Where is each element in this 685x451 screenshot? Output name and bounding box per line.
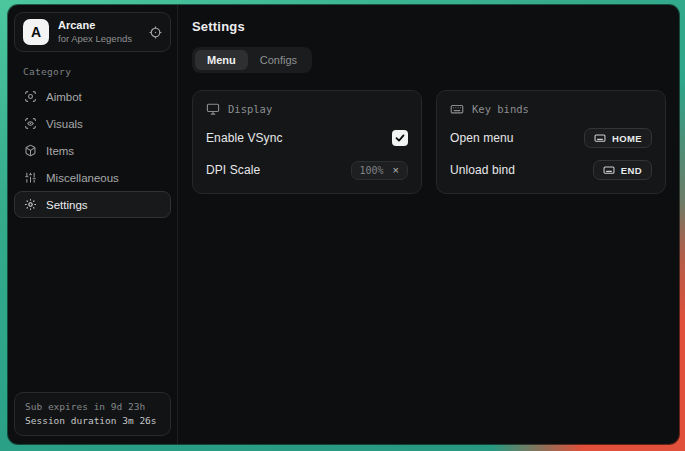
settings-panels: Display Enable VSync DPI Scale 100% × — [192, 90, 666, 194]
sidebar-nav: Aimbot Visuals — [8, 83, 177, 218]
dpi-scale-input[interactable]: 100% × — [351, 161, 408, 180]
sidebar-item-label: Aimbot — [46, 91, 82, 103]
sidebar-item-items[interactable]: Items — [14, 137, 171, 164]
sidebar-item-settings[interactable]: Settings — [14, 191, 171, 218]
open-menu-bind-button[interactable]: HOME — [584, 128, 652, 148]
sidebar-item-visuals[interactable]: Visuals — [14, 110, 171, 137]
display-panel: Display Enable VSync DPI Scale 100% × — [192, 90, 422, 194]
sidebar-item-label: Miscellaneous — [46, 172, 119, 184]
keybinds-panel-title: Key binds — [472, 103, 529, 115]
keyboard-icon — [594, 132, 606, 144]
page-title: Settings — [192, 19, 666, 34]
open-menu-key: HOME — [612, 133, 642, 144]
crosshair-icon[interactable] — [149, 26, 162, 39]
sidebar-item-aimbot[interactable]: Aimbot — [14, 83, 171, 110]
session-duration-text: Session duration 3m 26s — [25, 414, 160, 428]
sub-expires-text: Sub expires in 9d 23h — [25, 400, 160, 414]
app-window: A Arcane for Apex Legends Category — [8, 5, 679, 444]
vsync-label: Enable VSync — [206, 131, 283, 145]
package-box-icon — [24, 144, 37, 157]
keyboard-icon — [603, 164, 615, 176]
brand-logo: A — [23, 19, 49, 45]
vsync-checkbox[interactable] — [392, 130, 408, 146]
sidebar-item-label: Settings — [46, 199, 88, 211]
category-label: Category — [23, 66, 177, 77]
unload-bind-key: END — [621, 165, 642, 176]
gear-icon — [24, 198, 37, 211]
subscription-info-card: Sub expires in 9d 23h Session duration 3… — [14, 392, 171, 437]
setting-row-unload-bind: Unload bind END — [450, 160, 652, 180]
setting-row-vsync: Enable VSync — [206, 128, 408, 148]
open-menu-label: Open menu — [450, 131, 514, 145]
monitor-icon — [206, 102, 220, 116]
keybinds-panel: Key binds Open menu HOME — [436, 90, 666, 194]
sidebar: A Arcane for Apex Legends Category — [8, 5, 178, 444]
keyboard-icon — [450, 102, 464, 116]
tab-configs[interactable]: Configs — [248, 50, 309, 70]
tab-bar: Menu Configs — [192, 47, 312, 73]
clear-icon[interactable]: × — [392, 165, 400, 176]
tab-menu[interactable]: Menu — [195, 50, 248, 70]
setting-row-dpi: DPI Scale 100% × — [206, 160, 408, 180]
sidebar-item-label: Items — [46, 145, 74, 157]
sidebar-item-label: Visuals — [46, 118, 83, 130]
brand-subtitle: for Apex Legends — [58, 33, 140, 45]
brand-card: A Arcane for Apex Legends — [14, 12, 171, 52]
display-panel-title: Display — [228, 103, 272, 115]
brand-name: Arcane — [58, 19, 140, 33]
main-content: Settings Menu Configs Display — [178, 5, 679, 444]
setting-row-open-menu: Open menu HOME — [450, 128, 652, 148]
check-icon — [395, 133, 405, 143]
crosshair-focus-icon — [24, 90, 37, 103]
sliders-icon — [24, 171, 37, 184]
sidebar-item-miscellaneous[interactable]: Miscellaneous — [14, 164, 171, 191]
dpi-value: 100% — [359, 165, 383, 176]
dpi-label: DPI Scale — [206, 163, 260, 177]
scan-eye-icon — [24, 117, 37, 130]
unload-bind-button[interactable]: END — [593, 160, 652, 180]
unload-bind-label: Unload bind — [450, 163, 515, 177]
